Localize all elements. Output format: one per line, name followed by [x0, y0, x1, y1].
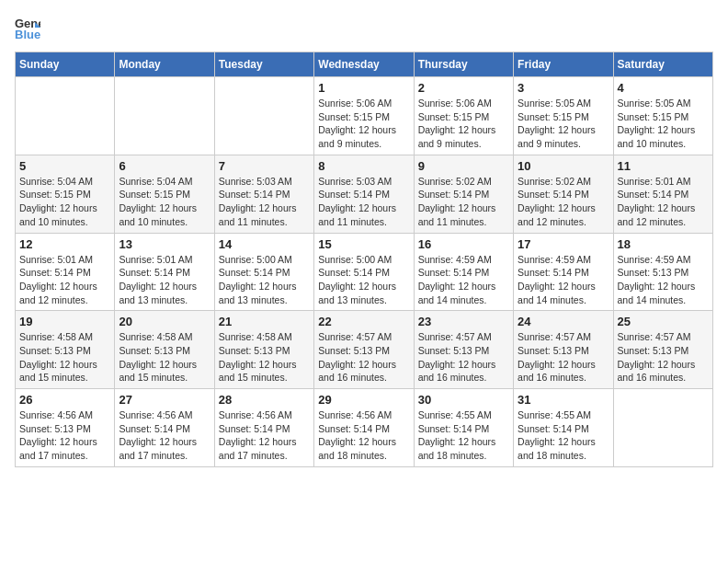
calendar-cell: 25Sunrise: 4:57 AMSunset: 5:13 PMDayligh…	[613, 311, 712, 389]
day-number: 28	[219, 393, 310, 407]
calendar-cell: 28Sunrise: 4:56 AMSunset: 5:14 PMDayligh…	[214, 389, 313, 467]
logo: General Blue	[15, 15, 44, 40]
day-number: 11	[618, 159, 709, 173]
day-number: 30	[418, 393, 509, 407]
calendar-cell: 6Sunrise: 5:04 AMSunset: 5:15 PMDaylight…	[115, 155, 214, 233]
day-info: Sunrise: 5:04 AMSunset: 5:15 PMDaylight:…	[19, 175, 110, 229]
day-info: Sunrise: 4:58 AMSunset: 5:13 PMDaylight:…	[219, 330, 310, 385]
calendar-cell: 8Sunrise: 5:03 AMSunset: 5:14 PMDaylight…	[314, 155, 414, 233]
svg-text:Blue: Blue	[15, 28, 40, 40]
calendar-cell: 29Sunrise: 4:56 AMSunset: 5:14 PMDayligh…	[314, 389, 414, 467]
day-number: 24	[518, 315, 609, 328]
day-number: 31	[518, 393, 609, 407]
day-number: 20	[119, 315, 210, 328]
day-info: Sunrise: 5:06 AMSunset: 5:15 PMDaylight:…	[318, 97, 409, 151]
calendar-cell: 31Sunrise: 4:55 AMSunset: 5:14 PMDayligh…	[514, 389, 613, 467]
day-info: Sunrise: 5:04 AMSunset: 5:15 PMDaylight:…	[119, 175, 210, 229]
logo-icon: General Blue	[15, 15, 40, 40]
calendar-cell: 30Sunrise: 4:55 AMSunset: 5:14 PMDayligh…	[414, 389, 513, 467]
day-number: 3	[518, 81, 609, 95]
calendar-week-row: 5Sunrise: 5:04 AMSunset: 5:15 PMDaylight…	[16, 155, 713, 233]
weekday-header: Thursday	[414, 52, 513, 77]
day-number: 15	[318, 237, 409, 251]
weekday-header: Wednesday	[314, 52, 414, 77]
day-info: Sunrise: 4:59 AMSunset: 5:13 PMDaylight:…	[618, 253, 709, 307]
calendar-cell: 21Sunrise: 4:58 AMSunset: 5:13 PMDayligh…	[214, 311, 313, 389]
calendar-week-row: 1Sunrise: 5:06 AMSunset: 5:15 PMDaylight…	[16, 77, 713, 155]
calendar-cell: 1Sunrise: 5:06 AMSunset: 5:15 PMDaylight…	[314, 77, 414, 155]
day-number: 25	[618, 315, 709, 328]
day-number: 29	[318, 393, 409, 407]
day-number: 4	[618, 81, 709, 95]
calendar-cell: 24Sunrise: 4:57 AMSunset: 5:13 PMDayligh…	[514, 311, 613, 389]
day-info: Sunrise: 5:01 AMSunset: 5:14 PMDaylight:…	[119, 253, 210, 307]
day-info: Sunrise: 4:59 AMSunset: 5:14 PMDaylight:…	[418, 253, 509, 307]
day-info: Sunrise: 4:56 AMSunset: 5:14 PMDaylight:…	[219, 408, 310, 463]
day-number: 12	[19, 237, 110, 251]
calendar-cell	[115, 77, 214, 155]
day-number: 16	[418, 237, 509, 251]
day-info: Sunrise: 5:06 AMSunset: 5:15 PMDaylight:…	[418, 97, 509, 151]
day-info: Sunrise: 5:02 AMSunset: 5:14 PMDaylight:…	[518, 175, 609, 229]
calendar-cell: 5Sunrise: 5:04 AMSunset: 5:15 PMDaylight…	[16, 155, 115, 233]
day-info: Sunrise: 5:02 AMSunset: 5:14 PMDaylight:…	[418, 175, 509, 229]
calendar-cell: 23Sunrise: 4:57 AMSunset: 5:13 PMDayligh…	[414, 311, 513, 389]
day-info: Sunrise: 5:01 AMSunset: 5:14 PMDaylight:…	[618, 175, 709, 229]
weekday-header: Monday	[115, 52, 214, 77]
day-info: Sunrise: 4:57 AMSunset: 5:13 PMDaylight:…	[518, 330, 609, 385]
day-number: 10	[518, 159, 609, 173]
day-number: 27	[119, 393, 210, 407]
day-info: Sunrise: 4:58 AMSunset: 5:13 PMDaylight:…	[19, 330, 110, 385]
calendar-cell: 10Sunrise: 5:02 AMSunset: 5:14 PMDayligh…	[514, 155, 613, 233]
weekday-header: Sunday	[16, 52, 115, 77]
calendar-cell: 17Sunrise: 4:59 AMSunset: 5:14 PMDayligh…	[514, 233, 613, 311]
day-info: Sunrise: 4:57 AMSunset: 5:13 PMDaylight:…	[318, 330, 409, 385]
calendar-cell: 19Sunrise: 4:58 AMSunset: 5:13 PMDayligh…	[16, 311, 115, 389]
day-number: 21	[219, 315, 310, 328]
day-number: 18	[618, 237, 709, 251]
weekday-header: Friday	[514, 52, 613, 77]
calendar-week-row: 19Sunrise: 4:58 AMSunset: 5:13 PMDayligh…	[16, 311, 713, 389]
day-info: Sunrise: 4:55 AMSunset: 5:14 PMDaylight:…	[418, 408, 509, 463]
day-info: Sunrise: 4:56 AMSunset: 5:14 PMDaylight:…	[318, 408, 409, 463]
calendar-cell: 9Sunrise: 5:02 AMSunset: 5:14 PMDaylight…	[414, 155, 513, 233]
day-info: Sunrise: 5:05 AMSunset: 5:15 PMDaylight:…	[618, 97, 709, 151]
calendar-cell: 12Sunrise: 5:01 AMSunset: 5:14 PMDayligh…	[16, 233, 115, 311]
day-number: 23	[418, 315, 509, 328]
day-number: 5	[19, 159, 110, 173]
day-number: 22	[318, 315, 409, 328]
day-info: Sunrise: 5:00 AMSunset: 5:14 PMDaylight:…	[219, 253, 310, 307]
day-info: Sunrise: 4:59 AMSunset: 5:14 PMDaylight:…	[518, 253, 609, 307]
calendar-cell: 4Sunrise: 5:05 AMSunset: 5:15 PMDaylight…	[613, 77, 712, 155]
calendar-cell: 11Sunrise: 5:01 AMSunset: 5:14 PMDayligh…	[613, 155, 712, 233]
calendar-cell: 15Sunrise: 5:00 AMSunset: 5:14 PMDayligh…	[314, 233, 414, 311]
day-info: Sunrise: 4:56 AMSunset: 5:14 PMDaylight:…	[119, 408, 210, 463]
day-number: 14	[219, 237, 310, 251]
calendar-week-row: 12Sunrise: 5:01 AMSunset: 5:14 PMDayligh…	[16, 233, 713, 311]
day-number: 26	[19, 393, 110, 407]
calendar-cell: 7Sunrise: 5:03 AMSunset: 5:14 PMDaylight…	[214, 155, 313, 233]
day-number: 1	[318, 81, 409, 95]
day-number: 8	[318, 159, 409, 173]
calendar-table: SundayMondayTuesdayWednesdayThursdayFrid…	[15, 52, 713, 467]
day-number: 7	[219, 159, 310, 173]
day-number: 13	[119, 237, 210, 251]
day-info: Sunrise: 5:03 AMSunset: 5:14 PMDaylight:…	[318, 175, 409, 229]
day-info: Sunrise: 4:55 AMSunset: 5:14 PMDaylight:…	[518, 408, 609, 463]
day-info: Sunrise: 5:03 AMSunset: 5:14 PMDaylight:…	[219, 175, 310, 229]
day-number: 6	[119, 159, 210, 173]
calendar-cell: 22Sunrise: 4:57 AMSunset: 5:13 PMDayligh…	[314, 311, 414, 389]
weekday-header: Tuesday	[214, 52, 313, 77]
day-info: Sunrise: 4:57 AMSunset: 5:13 PMDaylight:…	[618, 330, 709, 385]
calendar-cell	[16, 77, 115, 155]
day-number: 2	[418, 81, 509, 95]
day-info: Sunrise: 5:01 AMSunset: 5:14 PMDaylight:…	[19, 253, 110, 307]
calendar-cell: 14Sunrise: 5:00 AMSunset: 5:14 PMDayligh…	[214, 233, 313, 311]
header: General Blue	[15, 15, 713, 40]
calendar-week-row: 26Sunrise: 4:56 AMSunset: 5:13 PMDayligh…	[16, 389, 713, 467]
weekday-header: Saturday	[613, 52, 712, 77]
calendar-cell: 3Sunrise: 5:05 AMSunset: 5:15 PMDaylight…	[514, 77, 613, 155]
calendar-cell: 13Sunrise: 5:01 AMSunset: 5:14 PMDayligh…	[115, 233, 214, 311]
day-number: 17	[518, 237, 609, 251]
calendar-cell: 16Sunrise: 4:59 AMSunset: 5:14 PMDayligh…	[414, 233, 513, 311]
